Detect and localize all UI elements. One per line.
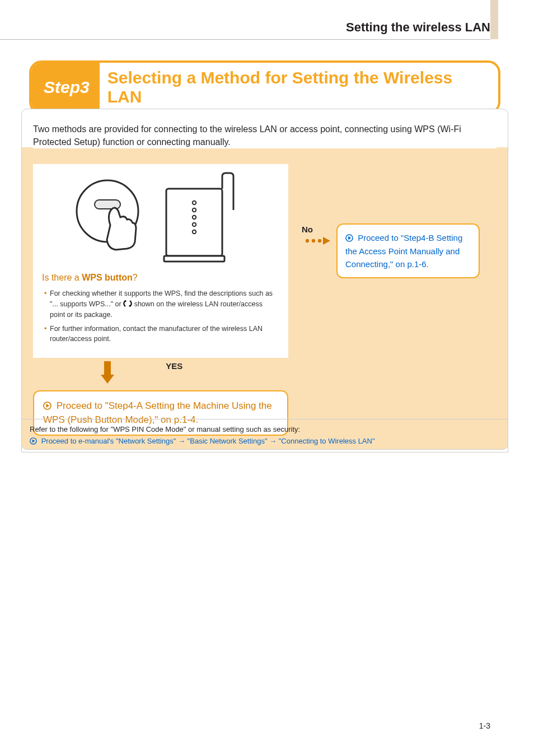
- wps-arrows-icon: [123, 299, 132, 308]
- wps-question-box: Is there a WPS button? For checking whet…: [33, 164, 288, 358]
- svg-marker-20: [32, 439, 35, 442]
- svg-marker-12: [46, 404, 50, 408]
- content-card: Two methods are provided for connecting …: [21, 109, 508, 450]
- no-proceed-text: Proceed to "Step4-B Setting the Access P…: [345, 233, 462, 269]
- right-dots-arrow-icon: [305, 236, 331, 245]
- footnote-link: Proceed to e-manual's "Network Settings"…: [30, 437, 500, 445]
- wps-question-suffix: ?: [133, 273, 138, 282]
- router-wps-illustration: [54, 172, 267, 267]
- side-tab: [490, 0, 498, 39]
- proceed-bullet-icon: [345, 234, 353, 242]
- svg-marker-10: [101, 375, 114, 384]
- proceed-bullet-icon: [30, 437, 37, 445]
- footnote-lead: Refer to the following for "WPS PIN Code…: [30, 425, 500, 433]
- svg-marker-18: [348, 236, 351, 240]
- no-branch: No Proceed to "Step4-B Setting the Acces…: [302, 223, 480, 278]
- svg-point-14: [312, 239, 315, 242]
- wps-tip-1: For checking whether it supports the WPS…: [44, 288, 279, 320]
- wps-question: Is there a WPS button?: [42, 273, 279, 283]
- step-title: Step3 Selecting a Method for Setting the…: [29, 60, 500, 114]
- yes-branch: YES: [33, 361, 288, 388]
- footnote-box: Refer to the following for "WPS PIN Code…: [21, 419, 508, 452]
- decision-flow: Is there a WPS button? For checking whet…: [33, 164, 496, 436]
- wps-question-prefix: Is there a: [42, 273, 82, 282]
- wps-question-bold: WPS button: [82, 273, 133, 282]
- svg-point-15: [318, 239, 321, 242]
- section-heading: Setting the wireless LAN: [346, 20, 490, 35]
- heading-rule: [0, 39, 490, 40]
- no-label: No: [302, 225, 313, 234]
- svg-marker-16: [323, 237, 330, 245]
- intro-text: Two methods are provided for connecting …: [33, 123, 496, 148]
- svg-rect-3: [164, 256, 224, 262]
- svg-rect-9: [104, 361, 111, 375]
- wps-tips: For checking whether it supports the WPS…: [42, 288, 279, 344]
- step-title-text: Selecting a Method for Setting the Wirel…: [100, 63, 498, 112]
- no-proceed-box: Proceed to "Step4-B Setting the Access P…: [336, 223, 480, 278]
- page-number: 1-3: [479, 721, 490, 730]
- footnote-link-text: Proceed to e-manual's "Network Settings"…: [41, 437, 375, 445]
- svg-rect-1: [95, 200, 120, 209]
- proceed-bullet-icon: [43, 402, 51, 410]
- step-badge: Step3: [31, 63, 100, 112]
- svg-point-13: [306, 239, 309, 242]
- wps-tip-2: For further information, contact the man…: [44, 324, 279, 345]
- down-arrow-icon: [101, 361, 140, 386]
- yes-label: YES: [166, 361, 182, 371]
